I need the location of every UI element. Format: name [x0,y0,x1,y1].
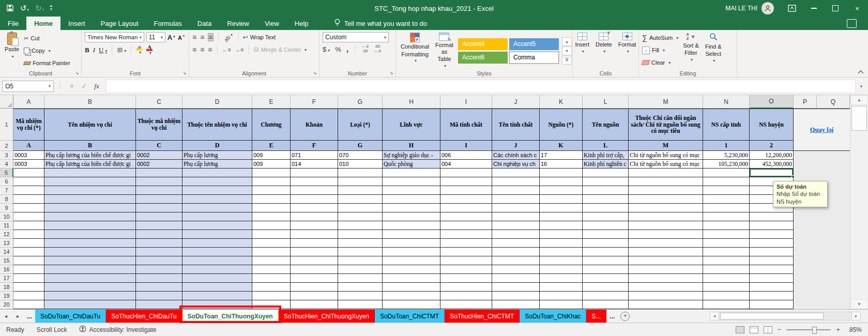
cell-D9[interactable] [182,204,252,212]
cell-N10[interactable] [703,212,750,221]
horizontal-scroll-track[interactable] [719,312,851,320]
cell-J19[interactable] [492,292,540,300]
cell-M12[interactable] [629,230,703,239]
row-header-7[interactable]: 7 [0,186,13,195]
cell-P15[interactable] [794,256,817,265]
cell-G16[interactable] [338,265,383,274]
cell-I15[interactable] [440,256,492,265]
row-header-5[interactable]: 5 [0,169,13,177]
tab-view[interactable]: View [257,17,287,30]
cell-A9[interactable] [13,204,44,212]
cell-H9[interactable] [383,204,440,212]
cell-L7[interactable] [583,186,629,195]
row-header-12[interactable]: 12 [0,230,13,239]
cell-M7[interactable] [629,186,703,195]
cell-L5[interactable] [583,169,629,177]
cell-C13[interactable] [136,239,182,248]
cell-G12[interactable] [338,230,383,239]
cell-E14[interactable] [252,248,291,256]
clear-button[interactable]: Clear [642,57,678,68]
sheet-tab-SoDuToan_ChiCTMT[interactable]: SoDuToan_ChiCTMT [375,310,445,323]
cell-K9[interactable] [540,204,583,212]
cell-E11[interactable] [252,221,291,230]
cell-Q19[interactable] [817,292,850,300]
cell-K10[interactable] [540,212,583,221]
cell-G20[interactable] [338,300,383,309]
row-header-10[interactable]: 10 [0,212,13,221]
cell-I3[interactable]: 006 [440,151,492,160]
page-break-view-icon[interactable] [764,326,772,333]
cell-C3[interactable]: 0002 [136,151,182,160]
column-header-J[interactable]: J [492,95,540,109]
cell-L2[interactable]: L [583,141,629,151]
cell-N7[interactable] [703,186,750,195]
cell-K4[interactable]: 16 [540,160,583,169]
cell-A4[interactable]: 0003 [13,160,44,169]
cell-B13[interactable] [44,239,136,248]
cell-F14[interactable] [291,248,338,256]
cell-F17[interactable] [291,274,338,283]
fill-color-icon[interactable] [136,45,143,55]
font-color-icon[interactable]: A [146,44,153,55]
cell-H17[interactable] [383,274,440,283]
collapse-ribbon-icon[interactable] [858,69,864,75]
cell-C16[interactable] [136,265,182,274]
delete-cells-button[interactable]: Delete [594,32,614,69]
cell-O12[interactable] [750,230,794,239]
cell-L20[interactable] [583,300,629,309]
fill-handle[interactable] [791,175,795,178]
cell-L6[interactable] [583,177,629,186]
tab-file[interactable]: File [0,17,26,30]
increase-decimal-icon[interactable]: ←.0.00 [361,44,369,53]
cell-G13[interactable] [338,239,383,248]
cell-N11[interactable] [703,221,750,230]
cell-A7[interactable] [13,186,44,195]
cell-F20[interactable] [291,300,338,309]
cell-O16[interactable] [750,265,794,274]
cell-Q11[interactable] [817,221,850,230]
row-header-17[interactable]: 17 [0,274,13,283]
cell-H14[interactable] [383,248,440,256]
sheet-nav-ellipsis[interactable]: ... [24,310,35,323]
close-icon[interactable]: × [846,0,868,17]
cell-P10[interactable] [794,212,817,221]
cell-D20[interactable] [182,300,252,309]
tab-home[interactable]: Home [26,17,60,30]
cell-N19[interactable] [703,292,750,300]
cell-B11[interactable] [44,221,136,230]
scroll-down-icon[interactable]: ▼ [850,299,868,309]
cell-E4[interactable]: 009 [252,160,291,169]
cell-G5[interactable] [338,169,383,177]
cell-A19[interactable] [13,292,44,300]
cell-P13[interactable] [794,239,817,248]
decrease-indent-icon[interactable]: ←≡ [222,47,231,53]
cell-L1[interactable]: Tên nguồn [583,109,629,141]
cell-K14[interactable] [540,248,583,256]
style-accent5[interactable]: Accent5 [509,38,559,50]
cell-D4[interactable]: Phụ cấp lương [182,160,252,169]
cell-F16[interactable] [291,265,338,274]
cell-J4[interactable]: Chi nghiệp vụ ch [492,160,540,169]
cell-N8[interactable] [703,195,750,204]
cell-C15[interactable] [136,256,182,265]
cell-H5[interactable] [383,169,440,177]
cell-Q17[interactable] [817,274,850,283]
cell-G4[interactable]: 010 [338,160,383,169]
cell-I10[interactable] [440,212,492,221]
bottom-align-icon[interactable]: ≡ [208,33,213,41]
share-icon[interactable] [847,19,857,28]
zoom-in-icon[interactable]: + [836,326,840,333]
cell-L9[interactable] [583,204,629,212]
cell-N2[interactable]: 1 [703,141,750,151]
zoom-level[interactable]: 85% [845,326,862,333]
cell-D13[interactable] [182,239,252,248]
zoom-slider[interactable] [786,329,831,330]
gallery-up-icon[interactable]: ▲ [562,37,572,46]
cell-D8[interactable] [182,195,252,204]
cell-C5[interactable] [136,169,182,177]
sheet-nav-right-icon[interactable]: ▸ [12,310,24,323]
cell-F15[interactable] [291,256,338,265]
cell-Q14[interactable] [817,248,850,256]
cell-B17[interactable] [44,274,136,283]
cell-B6[interactable] [44,177,136,186]
